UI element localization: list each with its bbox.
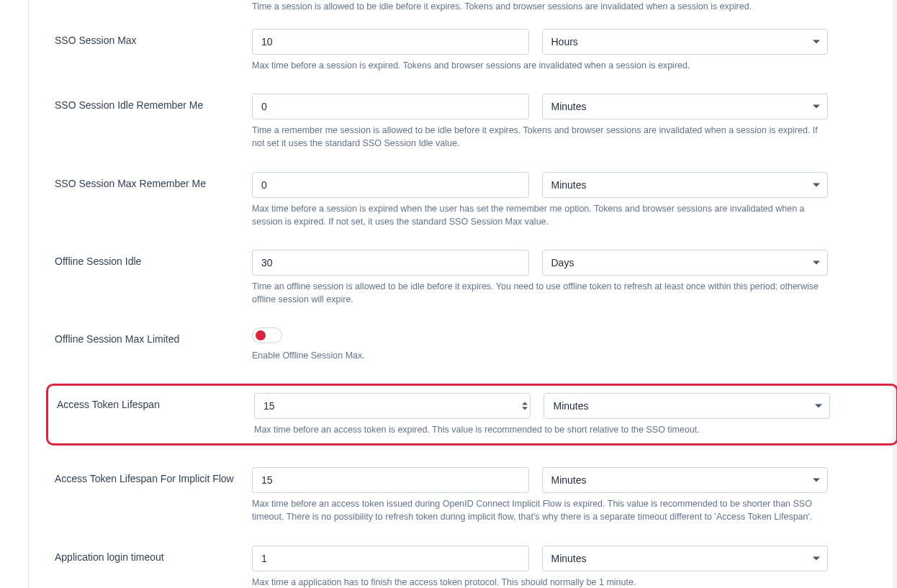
offline-session-idle-input[interactable] [252,250,529,276]
sso-session-max-remember-me-unit-select[interactable]: Minutes [542,172,829,198]
chevron-down-icon [813,40,820,44]
select-value: Days [551,257,574,268]
offline-session-idle-help: Time an offline session is allowed to be… [252,280,828,306]
access-token-lifespan-input[interactable] [254,393,531,419]
chevron-down-icon [813,556,820,560]
chevron-down-icon [813,261,820,264]
offline-session-idle-label: Offline Session Idle [55,250,252,267]
application-login-timeout-help: Max time a application has to finish the… [252,576,828,589]
offline-session-max-limited-help: Enable Offline Session Max. [252,349,828,362]
sso-session-idle-remember-me-input[interactable] [252,94,529,119]
select-value: Minutes [551,553,587,564]
toggle-knob [256,330,266,340]
access-token-lifespan-implicit-help: Max time before an access token issued d… [252,497,828,523]
chevron-down-icon [813,479,820,482]
access-token-lifespan-implicit-unit-select[interactable]: Minutes [542,467,829,493]
select-value: Minutes [553,400,588,412]
application-login-timeout-unit-select[interactable]: Minutes [542,546,829,571]
sso-session-max-remember-me-help: Max time before a session is expired whe… [252,202,828,228]
access-token-lifespan-help: Max time before an access token is expir… [254,423,830,436]
select-value: Minutes [551,474,587,486]
select-value: Hours [551,36,578,48]
sso-session-idle-remember-me-unit-select[interactable]: Minutes [542,94,829,119]
sso-session-idle-remember-me-label: SSO Session Idle Remember Me [55,94,252,111]
application-login-timeout-label: Application login timeout [55,546,252,563]
access-token-lifespan-highlight: Access Token Lifespan Minutes [46,384,897,445]
offline-session-idle-unit-select[interactable]: Days [542,250,829,276]
select-value: Minutes [551,179,587,191]
offline-session-max-limited-label: Offline Session Max Limited [55,327,252,345]
sidebar-spacer [0,0,29,588]
access-token-lifespan-unit-select[interactable]: Minutes [544,393,830,419]
chevron-down-icon [815,404,822,408]
sso-session-max-input[interactable] [252,29,529,55]
sso-session-max-remember-me-input[interactable] [252,172,529,198]
application-login-timeout-input[interactable] [252,546,529,571]
prev-field-help: Time a session is allowed to be idle bef… [55,0,832,29]
spinner-up-icon[interactable] [522,402,528,405]
chevron-down-icon [813,183,820,186]
chevron-down-icon [813,105,820,109]
sso-session-max-remember-me-label: SSO Session Max Remember Me [55,172,252,189]
access-token-lifespan-label: Access Token Lifespan [57,393,254,410]
sso-session-idle-remember-me-help: Time a remember me session is allowed to… [252,124,828,150]
access-token-lifespan-implicit-label: Access Token Lifespan For Implicit Flow [55,467,252,484]
sso-session-max-unit-select[interactable]: Hours [542,29,829,55]
sso-session-max-help: Max time before a session is expired. To… [252,59,828,72]
offline-session-max-limited-toggle[interactable] [252,327,282,343]
select-value: Minutes [551,101,587,112]
sso-session-max-label: SSO Session Max [55,29,252,46]
access-token-lifespan-implicit-input[interactable] [252,467,529,493]
spinner-down-icon[interactable] [522,407,528,410]
